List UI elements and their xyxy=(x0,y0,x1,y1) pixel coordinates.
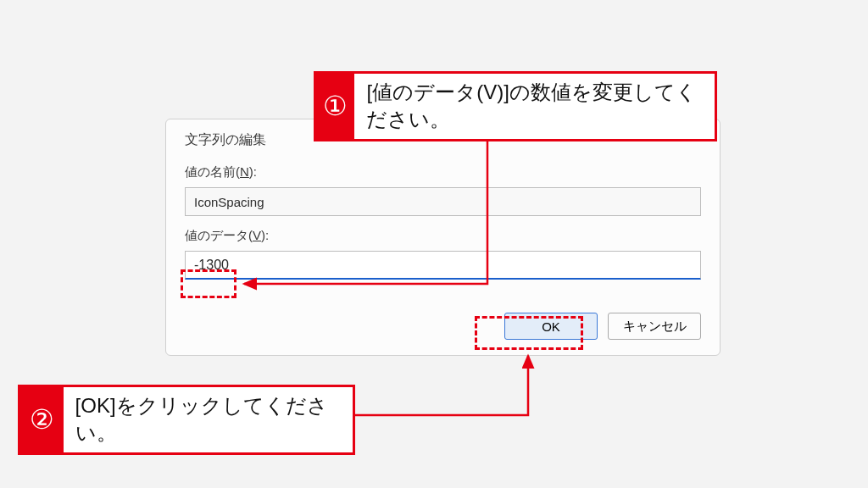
value-data-input[interactable] xyxy=(185,251,701,280)
label-pre2: 値のデータ( xyxy=(185,228,253,242)
label-ul: N xyxy=(240,164,249,179)
label-post2: ): xyxy=(261,228,269,242)
callout-badge-1: ① xyxy=(316,74,354,139)
label-ul2: V xyxy=(253,228,261,242)
dialog-button-row: OK キャンセル xyxy=(504,313,701,340)
callout-text-1: [値のデータ(V)]の数値を変更してください。 xyxy=(354,74,715,139)
callout-badge-2: ② xyxy=(20,387,64,452)
callout-step-1: ① [値のデータ(V)]の数値を変更してください。 xyxy=(314,71,717,141)
value-name-label: 値の名前(N): xyxy=(185,164,701,180)
callout-text-2: [OK]をクリックしてください。 xyxy=(64,387,353,452)
edit-string-dialog: 文字列の編集 ✕ 値の名前(N): 値のデータ(V): OK キャンセル xyxy=(165,119,721,356)
cancel-button[interactable]: キャンセル xyxy=(608,313,701,340)
ok-button[interactable]: OK xyxy=(504,313,598,340)
callout-step-2: ② [OK]をクリックしてください。 xyxy=(18,385,355,455)
label-pre: 値の名前( xyxy=(185,164,240,179)
value-data-label: 値のデータ(V): xyxy=(185,228,701,244)
value-name-input[interactable] xyxy=(185,187,701,216)
label-post: ): xyxy=(249,164,257,179)
